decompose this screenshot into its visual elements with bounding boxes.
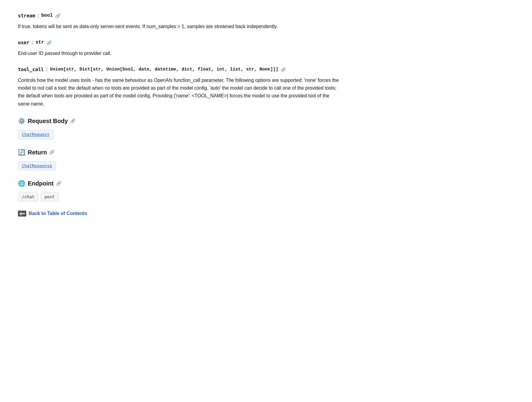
back-icon bbox=[18, 211, 26, 217]
param-user-name: user bbox=[18, 39, 30, 47]
param-stream-anchor[interactable]: 🔗 bbox=[55, 13, 60, 19]
back-to-toc-link[interactable]: Back to Table of Contents bbox=[18, 210, 340, 217]
return-anchor[interactable]: 🔗 bbox=[49, 149, 54, 155]
endpoint-section: 🌐 Endpoint 🔗 /chat post bbox=[18, 179, 340, 201]
request-body-anchor[interactable]: 🔗 bbox=[70, 118, 75, 124]
param-stream-type: bool bbox=[41, 12, 53, 20]
param-tool-call-type: Union[str, Dict[str, Union[bool, date, d… bbox=[50, 66, 278, 73]
param-stream-description: If true, tokens will be sent as data-onl… bbox=[18, 23, 340, 30]
param-tool-call-description: Controls how the model uses tools - has … bbox=[18, 76, 340, 108]
param-tool-call-name: tool_call bbox=[18, 66, 44, 73]
endpoint-anchor[interactable]: 🔗 bbox=[56, 180, 61, 187]
param-stream-name: stream bbox=[18, 12, 35, 20]
endpoint-heading: Endpoint bbox=[28, 179, 54, 188]
endpoint-badges: /chat post bbox=[18, 192, 340, 201]
return-section: 🔄 Return 🔗 ChatResponse bbox=[18, 148, 340, 170]
return-icon: 🔄 bbox=[18, 148, 25, 157]
request-body-section: ⚙️ Request Body 🔗 ChatRequest bbox=[18, 116, 340, 139]
globe-icon: 🌐 bbox=[18, 179, 25, 188]
request-body-heading: Request Body bbox=[28, 116, 68, 126]
param-user-type: str bbox=[36, 39, 44, 47]
param-tool-call-anchor[interactable]: 🔗 bbox=[281, 66, 286, 73]
param-user: user: str 🔗 End-user ID passed through t… bbox=[18, 39, 340, 57]
param-user-anchor[interactable]: 🔗 bbox=[47, 39, 52, 46]
param-tool-call: tool_call: Union[str, Dict[str, Union[bo… bbox=[18, 66, 340, 108]
chat-request-badge[interactable]: ChatRequest bbox=[18, 130, 53, 139]
chat-response-badge[interactable]: ChatResponse bbox=[18, 161, 56, 170]
return-heading: Return bbox=[28, 148, 47, 157]
gear-icon: ⚙️ bbox=[18, 116, 25, 126]
endpoint-method: post bbox=[41, 192, 59, 201]
param-user-description: End-user ID passed through to provider c… bbox=[18, 50, 340, 57]
back-link-label: Back to Table of Contents bbox=[29, 210, 87, 217]
endpoint-path: /chat bbox=[18, 192, 38, 201]
param-stream: stream: bool 🔗 If true, tokens will be s… bbox=[18, 12, 340, 30]
